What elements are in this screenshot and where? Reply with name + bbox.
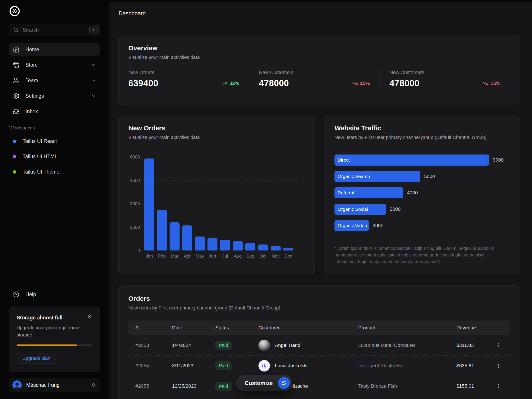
x-axis-label: Jun [208,253,217,259]
table-row[interactable]: #205512/25/2023PaidSherri NitzscheTasty … [128,376,510,396]
metric-change-value: 15% [360,81,370,86]
x-axis-label: Sep [245,253,255,259]
row-menu-button[interactable] [494,361,503,370]
traffic-bar-organic-social: Organic Social [335,204,386,215]
status-badge: Paid [215,361,232,370]
column-header-date: Date [172,325,215,331]
order-revenue-cell: $635.61 [456,363,490,369]
trend-up-icon [222,81,227,86]
search-box: / [9,24,100,36]
overview-metrics: New Orders 639400 32% New Customers 4780… [128,70,510,88]
storage-progress-fill [17,344,77,346]
sidebar-item-store[interactable]: Store [9,59,100,71]
metric-change: 32% [222,81,239,86]
status-badge: Paid [215,341,232,349]
traffic-bar-label: Organic Search [338,174,370,179]
sidebar: / Home Store Team [0,0,109,399]
workspace-item-tailus-ui-themer[interactable]: Tailus UI Themer [9,166,100,178]
customize-label: Customize [245,380,273,386]
gridline [144,227,305,228]
order-id-cell: #2054 [135,363,172,369]
column-header-status: Status [215,325,259,331]
x-axis-label: Apr [182,253,192,259]
traffic-bar-label: Direct [338,157,350,163]
app-logo[interactable] [9,5,20,17]
new-orders-chart-card: New Orders Visualize your main activitie… [118,115,315,274]
inbox-icon [13,108,19,115]
help-label: Help [25,291,36,298]
sidebar-item-home[interactable]: Home [9,43,100,56]
sidebar-item-label: Inbox [25,109,38,115]
metric-label: New Customers [389,70,500,75]
metric-new-orders: New Orders 639400 32% [128,70,249,88]
workspace-dot [13,155,16,158]
status-badge: Paid [215,382,232,391]
chart-subtitle: Visualize your main activities data [128,135,305,140]
metric-label: New Customers [259,70,370,75]
x-axis-label: Feb [157,253,167,259]
close-icon[interactable] [86,313,93,321]
chevron-down-icon [91,63,96,67]
orders-table-body: #20531/4/2024PaidAngel HandLuxurious Met… [128,335,510,396]
sidebar-spacer [9,178,100,288]
order-product-cell: Intelligent Plastic Hat [358,363,456,369]
user-menu[interactable]: Méschac Irung [9,378,100,392]
search-shortcut-key: / [89,26,98,34]
workspace-name: Tailus UI React [23,138,57,144]
y-axis-tick: 4500 [127,178,140,183]
table-row[interactable]: #20548/11/2023PaidLucia JaskolskiIntelli… [128,355,510,376]
metric-change: 15% [352,81,370,86]
kebab-menu-icon [496,363,502,369]
charts-row: New Orders Visualize your main activitie… [118,115,520,274]
workspace-item-tailus-ui-react[interactable]: Tailus UI React [9,135,100,147]
sidebar-item-label: Store [25,62,38,68]
customize-button[interactable]: Customize [236,375,292,391]
y-axis-tick: 0 [127,248,140,253]
order-date-cell: 12/25/2023 [172,383,215,389]
traffic-bar-organic-search: Organic Search [335,171,420,182]
upgrade-plan-button[interactable]: Upgrade plan [17,353,56,364]
workspace-item-tailus-ui-html[interactable]: Tailus UI HTML [9,151,100,163]
bar-nov [271,246,281,250]
customer-name: Angel Hand [275,342,300,348]
traffic-bars: Direct9000Organic Search5000Referral4000… [335,154,510,231]
order-customer-cell: Angel Hand [259,340,358,351]
search-input[interactable] [22,27,89,33]
row-menu-button[interactable] [494,382,503,390]
order-product-cell: Luxurious Metal Computer [358,342,456,348]
website-traffic-card: Website Traffic New users by First user … [324,115,520,274]
metric-new-customers: New Customers 478000 15% [249,70,380,88]
traffic-bar-label: Organic Social [338,207,368,212]
team-icon [13,77,19,84]
order-id-cell: #2055 [135,383,172,389]
metric-change: 15% [482,81,500,86]
traffic-row: Organic Video2000 [335,220,510,231]
sidebar-item-team[interactable]: Team [9,74,100,87]
home-icon [13,46,19,53]
traffic-bar-value: 5000 [424,174,435,179]
traffic-bar-label: Organic Video [338,223,367,228]
bar-may [195,236,205,250]
bar-jan [144,158,154,250]
chevron-down-icon [91,94,96,98]
main-panel: Dashboard Overview Visualize your main a… [109,2,532,399]
orders-title: Orders [128,295,510,302]
sidebar-item-inbox[interactable]: Inbox [9,105,100,118]
order-customer-cell: Lucia Jaskolski [259,360,358,372]
order-date-cell: 8/11/2023 [172,363,215,369]
bar-apr [182,225,192,250]
traffic-bar-referral: Referral [335,187,403,198]
traffic-row: Referral4000 [335,187,510,198]
customize-accent-circle[interactable] [278,377,290,389]
table-row[interactable]: #20531/4/2024PaidAngel HandLuxurious Met… [128,335,510,355]
row-menu-button[interactable] [494,341,503,349]
metric-change-value: 32% [229,81,239,86]
traffic-bar-value: 4000 [407,190,418,196]
sidebar-item-help[interactable]: Help [9,288,100,300]
page-title: Dashboard [119,10,146,17]
sidebar-nav: Home Store Team Settings [9,43,100,118]
trend-down-icon [352,81,358,86]
column-header-revenue: Revenue [456,325,490,331]
kebab-menu-icon [496,342,502,348]
sidebar-item-settings[interactable]: Settings [9,90,100,102]
